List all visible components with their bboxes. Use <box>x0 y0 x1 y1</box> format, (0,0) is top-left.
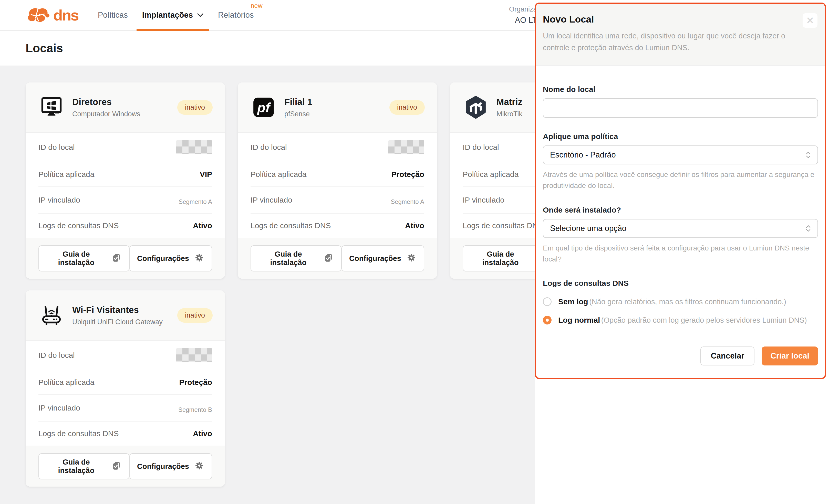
button-label: Configurações <box>137 254 189 263</box>
dns-blossom-icon <box>26 4 51 26</box>
row-policy: Política aplicada Proteção <box>251 162 424 187</box>
row-ip: IP vinculado Segmento A <box>251 187 424 214</box>
row-label: Política aplicada <box>463 170 518 179</box>
location-card-wifi-visitantes: Wi-Fi Visitantes Ubiquiti UniFi Cloud Ga… <box>26 290 225 487</box>
status-badge: inativo <box>177 308 213 323</box>
install-field-label: Onde será instalado? <box>543 206 818 215</box>
redacted-value <box>388 140 424 154</box>
row-value: Proteção <box>179 378 212 387</box>
location-type: pfSense <box>284 110 312 118</box>
settings-button[interactable]: Configurações <box>341 245 424 271</box>
location-name: Matriz <box>497 97 522 107</box>
segment-note: Segmento A <box>179 198 212 205</box>
settings-button[interactable]: Configurações <box>130 245 212 271</box>
card-titles: Wi-Fi Visitantes Ubiquiti UniFi Cloud Ga… <box>72 305 163 326</box>
row-label: IP vinculado <box>38 196 80 204</box>
button-label: Guia de instalação <box>258 250 318 267</box>
status-badge: inativo <box>389 100 425 115</box>
location-type: MikroTik <box>497 110 522 118</box>
row-value: Ativo <box>193 221 212 230</box>
field-group-install: Onde será instalado? Selecione uma opção… <box>543 206 818 265</box>
radio-desc: (Opção padrão com log gerado pelos servi… <box>601 316 807 324</box>
card-header: Diretores Computador Windows inativo <box>26 82 225 133</box>
location-name: Diretores <box>72 97 140 107</box>
card-body: ID do local Política aplicada Proteção I… <box>26 341 225 445</box>
brand-logo[interactable]: dns <box>26 4 78 26</box>
location-name: Filial 1 <box>284 97 312 107</box>
nav-item-politicas[interactable]: Políticas <box>91 0 135 30</box>
policy-field-label: Aplique uma política <box>543 132 818 141</box>
policy-select[interactable]: Escritório - Padrão <box>543 146 818 164</box>
card-titles: Filial 1 pfSense <box>284 97 312 118</box>
main-nav: Políticas Implantações Relatórios new <box>91 0 261 30</box>
row-value: Ativo <box>405 221 424 230</box>
install-select-value: Selecione uma opção <box>550 224 626 233</box>
wifi-router-icon <box>40 304 63 327</box>
install-guide-button[interactable]: Guia de instalação <box>38 245 130 271</box>
button-label: Configurações <box>137 462 189 471</box>
field-group-policy: Aplique uma política Escritório - Padrão… <box>543 132 818 191</box>
row-local-id: ID do local <box>38 341 212 370</box>
clipboard-check-icon <box>111 253 122 265</box>
cancel-button[interactable]: Cancelar <box>700 347 754 365</box>
policy-helper-text: Através de uma política você consegue de… <box>543 169 818 191</box>
card-header: Wi-Fi Visitantes Ubiquiti UniFi Cloud Ga… <box>26 290 225 341</box>
install-helper-text: Em qual tipo de dispositivo será feita a… <box>543 242 818 265</box>
radio-selected-icon[interactable] <box>543 316 551 324</box>
radio-option-sem-log[interactable]: Sem log (Não gera relatórios, mas os fil… <box>543 297 818 306</box>
radio-unselected-icon[interactable] <box>543 297 551 306</box>
mikrotik-icon <box>464 96 487 119</box>
page-title: Locais <box>26 41 63 55</box>
row-policy: Política aplicada Proteção <box>38 370 212 395</box>
location-card-diretores: Diretores Computador Windows inativo ID … <box>26 82 225 279</box>
card-body: ID do local Política aplicada Proteção I… <box>238 133 437 238</box>
install-select[interactable]: Selecione uma opção <box>543 219 818 238</box>
card-titles: Diretores Computador Windows <box>72 97 140 118</box>
nav-label: Implantações <box>142 10 193 20</box>
location-card-filial1: pf Filial 1 pfSense inativo ID do local … <box>238 82 437 279</box>
radio-label: Log normal <box>558 316 600 324</box>
create-local-button[interactable]: Criar local <box>762 347 818 365</box>
nav-item-implantacoes[interactable]: Implantações <box>135 0 211 30</box>
redacted-value <box>176 140 212 154</box>
gear-icon <box>406 253 417 265</box>
row-local-id: ID do local <box>38 133 212 162</box>
segment-note: Segmento A <box>391 198 424 205</box>
gear-icon <box>194 253 205 265</box>
chevron-down-icon <box>197 13 204 17</box>
row-label: ID do local <box>463 143 499 152</box>
radio-label: Sem log <box>558 297 588 306</box>
row-label: Logs de consultas DNS <box>251 221 331 230</box>
row-ip: IP vinculado Segmento B <box>38 395 212 422</box>
name-field-label: Nome do local <box>543 85 818 94</box>
install-guide-button[interactable]: Guia de instalação <box>251 245 341 271</box>
gear-icon <box>194 461 205 472</box>
install-guide-button[interactable]: Guia de instalação <box>38 453 130 479</box>
pfsense-icon: pf <box>252 96 275 119</box>
nav-label: Relatórios <box>218 10 254 20</box>
button-label: Guia de instalação <box>46 250 106 267</box>
status-badge: inativo <box>177 100 213 115</box>
local-name-input[interactable] <box>543 98 818 118</box>
row-label: ID do local <box>38 143 75 152</box>
select-chevrons-icon <box>806 225 811 232</box>
active-tab-indicator <box>137 29 209 31</box>
row-logs: Logs de consultas DNS Ativo <box>38 214 212 238</box>
row-local-id: ID do local <box>251 133 424 162</box>
field-group-logs: Logs de consultas DNS Sem log (Não gera … <box>543 279 818 324</box>
button-label: Guia de instalação <box>46 458 106 475</box>
radio-desc: (Não gera relatórios, mas os filtros con… <box>589 298 786 306</box>
row-label: ID do local <box>251 143 287 152</box>
nav-item-relatorios[interactable]: Relatórios new <box>211 0 261 30</box>
row-label: Política aplicada <box>38 170 94 179</box>
row-label: Política aplicada <box>38 378 94 387</box>
card-titles: Matriz MikroTik <box>497 97 522 118</box>
row-policy: Política aplicada VIP <box>38 162 212 187</box>
close-button[interactable]: ✕ <box>803 13 818 28</box>
segment-note: Segmento B <box>178 406 212 413</box>
clipboard-check-icon <box>111 461 122 472</box>
location-type: Ubiquiti UniFi Cloud Gateway <box>72 318 163 326</box>
radio-option-log-normal[interactable]: Log normal (Opção padrão com log gerado … <box>543 316 818 324</box>
modal-description: Um local identifica uma rede, dispositiv… <box>543 30 796 54</box>
settings-button[interactable]: Configurações <box>130 453 212 479</box>
